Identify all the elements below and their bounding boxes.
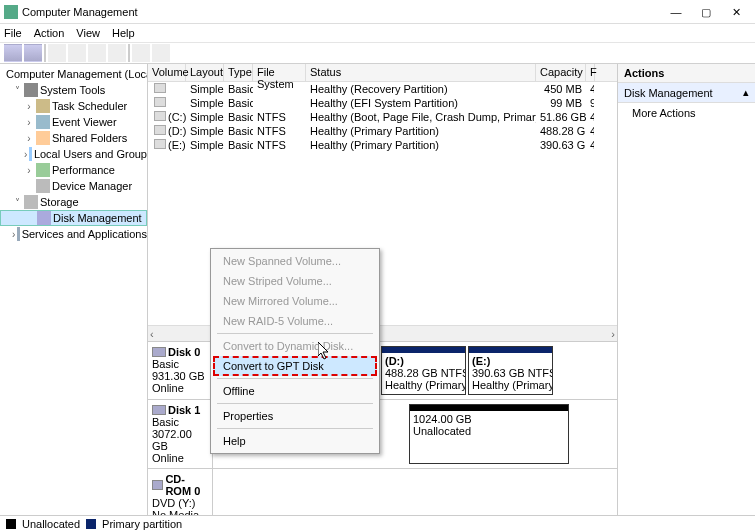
more-actions[interactable]: More Actions bbox=[618, 103, 755, 123]
forward-button[interactable] bbox=[24, 44, 42, 62]
help-button[interactable] bbox=[88, 44, 106, 62]
tree-task-scheduler[interactable]: ›Task Scheduler bbox=[0, 98, 147, 114]
tree-system-tools[interactable]: ˅System Tools bbox=[0, 82, 147, 98]
maximize-button[interactable]: ▢ bbox=[691, 2, 721, 22]
actions-pane: Actions Disk Management▴ More Actions bbox=[617, 64, 755, 515]
menu-separator bbox=[217, 428, 373, 429]
refresh-button[interactable] bbox=[108, 44, 126, 62]
disk-info[interactable]: Disk 0 Basic931.30 GBOnline bbox=[148, 342, 213, 399]
hdd-icon bbox=[152, 405, 166, 415]
tree-root[interactable]: Computer Management (Local bbox=[0, 66, 147, 82]
disk-info[interactable]: Disk 1 Basic3072.00 GBOnline bbox=[148, 400, 213, 468]
legend-unallocated-label: Unallocated bbox=[22, 518, 80, 530]
partition[interactable]: (D:)488.28 GB NTFSHealthy (Primary Pa bbox=[381, 346, 466, 395]
disk-icon bbox=[37, 211, 51, 225]
col-volume[interactable]: Volume bbox=[148, 64, 186, 81]
col-status[interactable]: Status bbox=[306, 64, 536, 81]
menu-help[interactable]: Help bbox=[112, 27, 135, 39]
col-layout[interactable]: Layout bbox=[186, 64, 224, 81]
disk-info[interactable]: CD-ROM 0 DVD (Y:)No Media bbox=[148, 469, 213, 515]
menubar: File Action View Help bbox=[0, 24, 755, 42]
menu-item: New RAID-5 Volume... bbox=[213, 311, 377, 331]
legend-primary-label: Primary partition bbox=[102, 518, 182, 530]
storage-icon bbox=[24, 195, 38, 209]
nav-tree[interactable]: Computer Management (Local ˅System Tools… bbox=[0, 64, 148, 515]
menu-item: Convert to Dynamic Disk... bbox=[213, 336, 377, 356]
toolbar bbox=[0, 42, 755, 64]
tree-local-users[interactable]: ›Local Users and Group bbox=[0, 146, 147, 162]
titlebar: Computer Management — ▢ ✕ bbox=[0, 0, 755, 24]
volume-icon bbox=[154, 139, 166, 149]
tree-event-viewer[interactable]: ›Event Viewer bbox=[0, 114, 147, 130]
view-top-button[interactable] bbox=[132, 44, 150, 62]
collapse-icon: ▴ bbox=[743, 86, 749, 99]
volume-list[interactable]: SimpleBasic Healthy (Recovery Partition)… bbox=[148, 82, 617, 152]
tree-performance[interactable]: ›Performance bbox=[0, 162, 147, 178]
menu-separator bbox=[217, 378, 373, 379]
menu-separator bbox=[217, 403, 373, 404]
menu-item[interactable]: Help bbox=[213, 431, 377, 451]
col-capacity[interactable]: Capacity bbox=[536, 64, 586, 81]
properties-button[interactable] bbox=[68, 44, 86, 62]
context-menu[interactable]: New Spanned Volume...New Striped Volume.… bbox=[210, 248, 380, 454]
actions-header: Actions bbox=[618, 64, 755, 83]
volume-row[interactable]: SimpleBasic Healthy (Recovery Partition)… bbox=[148, 82, 617, 96]
col-type[interactable]: Type bbox=[224, 64, 253, 81]
legend-primary-swatch bbox=[86, 519, 96, 529]
menu-item: New Spanned Volume... bbox=[213, 251, 377, 271]
device-icon bbox=[36, 179, 50, 193]
tree-disk-management[interactable]: Disk Management bbox=[0, 210, 147, 226]
menu-view[interactable]: View bbox=[76, 27, 100, 39]
legend-unallocated-swatch bbox=[6, 519, 16, 529]
volume-list-header: Volume Layout Type File System Status Ca… bbox=[148, 64, 617, 82]
tree-services[interactable]: ›Services and Applications bbox=[0, 226, 147, 242]
separator bbox=[128, 44, 130, 62]
back-button[interactable] bbox=[4, 44, 22, 62]
volume-icon bbox=[154, 83, 166, 93]
volume-row[interactable]: (C:) SimpleBasic NTFSHealthy (Boot, Page… bbox=[148, 110, 617, 124]
volume-row[interactable]: (D:) SimpleBasic NTFSHealthy (Primary Pa… bbox=[148, 124, 617, 138]
volume-icon bbox=[154, 125, 166, 135]
actions-section[interactable]: Disk Management▴ bbox=[618, 83, 755, 103]
tree-device-manager[interactable]: Device Manager bbox=[0, 178, 147, 194]
tools-icon bbox=[24, 83, 38, 97]
menu-item[interactable]: Properties bbox=[213, 406, 377, 426]
clock-icon bbox=[36, 99, 50, 113]
window-title: Computer Management bbox=[22, 6, 661, 18]
disk-row[interactable]: CD-ROM 0 DVD (Y:)No Media bbox=[148, 469, 617, 515]
volume-row[interactable]: (E:) SimpleBasic NTFSHealthy (Primary Pa… bbox=[148, 138, 617, 152]
users-icon bbox=[29, 147, 32, 161]
menu-file[interactable]: File bbox=[4, 27, 22, 39]
legend: Unallocated Primary partition bbox=[0, 515, 755, 531]
menu-separator bbox=[217, 333, 373, 334]
col-free[interactable]: F bbox=[586, 64, 595, 81]
menu-item[interactable]: Offline bbox=[213, 381, 377, 401]
event-icon bbox=[36, 115, 50, 129]
close-button[interactable]: ✕ bbox=[721, 2, 751, 22]
services-icon bbox=[17, 227, 19, 241]
menu-item: New Striped Volume... bbox=[213, 271, 377, 291]
tree-storage[interactable]: ˅Storage bbox=[0, 194, 147, 210]
menu-action[interactable]: Action bbox=[34, 27, 65, 39]
volume-icon bbox=[154, 97, 166, 107]
menu-item: New Mirrored Volume... bbox=[213, 291, 377, 311]
minimize-button[interactable]: — bbox=[661, 2, 691, 22]
col-filesystem[interactable]: File System bbox=[253, 64, 306, 81]
app-icon bbox=[4, 5, 18, 19]
perf-icon bbox=[36, 163, 50, 177]
separator bbox=[44, 44, 46, 62]
hdd-icon bbox=[152, 347, 166, 357]
partition[interactable]: 1024.00 GBUnallocated bbox=[409, 404, 569, 464]
tree-shared-folders[interactable]: ›Shared Folders bbox=[0, 130, 147, 146]
folder-icon bbox=[36, 131, 50, 145]
menu-item[interactable]: Convert to GPT Disk bbox=[213, 356, 377, 376]
cdrom-icon bbox=[152, 480, 163, 490]
partition[interactable]: (E:)390.63 GB NTFSHealthy (Primary Pa bbox=[468, 346, 553, 395]
cursor-icon bbox=[318, 342, 330, 360]
volume-icon bbox=[154, 111, 166, 121]
volume-row[interactable]: SimpleBasic Healthy (EFI System Partitio… bbox=[148, 96, 617, 110]
view-bottom-button[interactable] bbox=[152, 44, 170, 62]
show-hide-tree-button[interactable] bbox=[48, 44, 66, 62]
